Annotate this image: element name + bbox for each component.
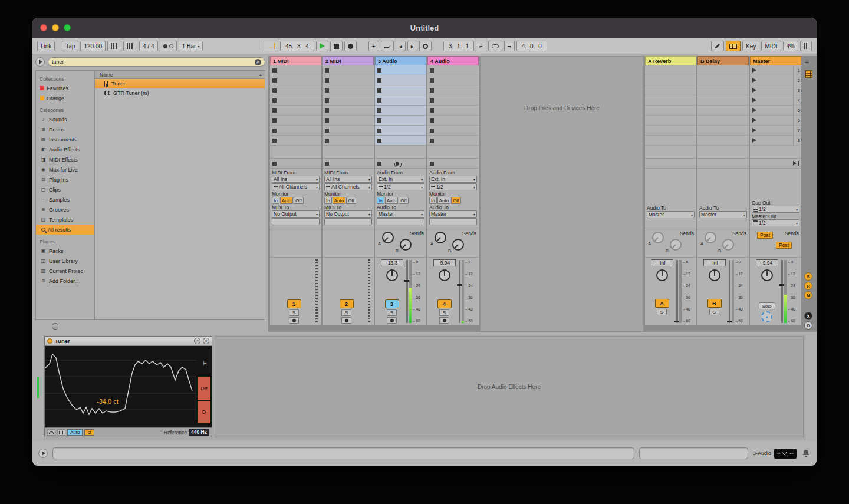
track-header[interactable]: 4 Audio — [427, 56, 479, 65]
volume-field[interactable]: -13.3 — [381, 259, 403, 266]
arm-button[interactable] — [289, 317, 299, 324]
result-row-tuner[interactable]: Tuner — [95, 79, 265, 88]
volume-field[interactable]: -Inf — [651, 259, 673, 266]
nudge-down-button[interactable] — [107, 41, 121, 51]
scene-slot[interactable] — [750, 116, 793, 126]
solo-cue-button[interactable]: Solo — [759, 302, 775, 309]
arm-button[interactable] — [439, 317, 449, 324]
solo-button[interactable]: S — [439, 309, 449, 316]
volume-fader[interactable] — [406, 260, 408, 323]
clip-slot[interactable] — [323, 65, 374, 75]
session-drop-area[interactable]: Drop Files and Devices Here — [480, 56, 644, 332]
solo-button[interactable]: S — [341, 309, 351, 316]
results-header-row[interactable]: Name▲ — [95, 71, 265, 79]
cue-out-select[interactable]: 1/2▾ — [752, 206, 799, 213]
send-a-knob[interactable] — [705, 232, 716, 243]
link-button[interactable]: Link — [37, 41, 55, 51]
clip-slot[interactable] — [427, 95, 479, 106]
key-map-button[interactable]: Key — [742, 41, 759, 51]
return-slot[interactable] — [697, 75, 749, 85]
scene-number[interactable]: 2 — [794, 75, 801, 85]
auto-mode-button[interactable]: Auto — [67, 429, 83, 436]
scene-play-icon[interactable] — [752, 138, 756, 143]
monitor-in-button[interactable]: In — [429, 197, 437, 204]
send-a-knob[interactable] — [652, 232, 664, 243]
return-activator-button[interactable]: A — [655, 299, 669, 308]
clip-stop-icon[interactable] — [377, 162, 381, 166]
track-header[interactable]: 3 Audio — [375, 56, 426, 65]
sidebar-item-max-for-live[interactable]: ◉Max for Live — [36, 164, 94, 174]
sidebar-item-midi-effects[interactable]: ◨MIDI Effects — [36, 154, 94, 164]
sidebar-item-orange[interactable]: Orange — [36, 93, 94, 103]
scene-slot[interactable] — [750, 106, 793, 116]
clip-slot[interactable] — [323, 136, 374, 146]
solo-button[interactable]: S — [387, 309, 397, 316]
return-slot[interactable] — [645, 106, 696, 116]
clip-slot[interactable] — [427, 126, 479, 136]
scene-play-icon[interactable] — [752, 88, 756, 93]
track-header[interactable]: 2 MIDI — [323, 56, 374, 65]
draw-mode-button[interactable] — [711, 41, 724, 51]
clip-slot[interactable] — [427, 85, 479, 95]
status-message-field[interactable] — [52, 447, 634, 459]
output-channel-select[interactable] — [324, 218, 372, 225]
loop-length-field[interactable]: 4.0.0 — [516, 41, 547, 51]
scene-play-icon[interactable] — [752, 108, 756, 113]
session-overview-icon[interactable] — [805, 70, 812, 78]
scene-number[interactable]: 4 — [794, 95, 801, 106]
input-type-select[interactable]: All Ins▾ — [272, 176, 320, 183]
return-slot[interactable] — [645, 85, 696, 95]
clip-slot[interactable] — [270, 75, 321, 85]
volume-field[interactable]: -9.94 — [756, 259, 778, 266]
pan-knob[interactable] — [386, 269, 398, 281]
clip-slot[interactable] — [323, 95, 374, 106]
clip-stop-row[interactable] — [270, 159, 321, 169]
hamburger-icon[interactable]: ≡ — [805, 58, 809, 67]
monitor-auto-button[interactable]: Auto — [280, 197, 293, 204]
sidebar-item-add-folder[interactable]: ⊕Add Folder... — [36, 276, 94, 286]
zoom-window-button[interactable] — [64, 24, 71, 31]
record-button[interactable] — [344, 41, 357, 51]
stop-all-clips-button[interactable] — [793, 161, 799, 166]
sidebar-item-samples[interactable]: ≈Samples — [36, 195, 94, 205]
input-channel-select[interactable]: All Channels▾ — [324, 183, 372, 190]
preview-volume-knob[interactable] — [761, 311, 772, 322]
tap-tempo-button[interactable]: Tap — [62, 41, 78, 51]
scene-slot[interactable] — [750, 85, 793, 95]
io-show-toggle[interactable]: O — [804, 321, 812, 330]
clip-slot[interactable] — [270, 106, 321, 116]
return-slot[interactable] — [697, 65, 749, 75]
monitor-in-button[interactable]: In — [272, 197, 279, 204]
volume-fader[interactable] — [459, 260, 460, 323]
track-header[interactable]: 1 MIDI — [270, 56, 321, 65]
search-input[interactable] — [52, 59, 255, 65]
clip-slot[interactable] — [323, 85, 374, 95]
scene-number[interactable]: 6 — [794, 116, 801, 126]
browser-collapse-button[interactable] — [35, 57, 45, 67]
clip-slot[interactable] — [270, 95, 321, 106]
output-channel-select[interactable] — [377, 218, 424, 225]
follow-button[interactable]: → — [264, 41, 278, 51]
scene-number[interactable]: 3 — [794, 85, 801, 95]
history-view-icon[interactable] — [57, 429, 65, 436]
volume-fader[interactable] — [676, 260, 678, 323]
device-drop-area[interactable]: Drop Audio Effects Here — [215, 336, 804, 437]
clip-slot[interactable] — [323, 116, 374, 126]
monitor-in-button[interactable]: In — [324, 197, 332, 204]
send-a-knob[interactable] — [382, 232, 394, 243]
output-type-select[interactable]: Master▾ — [647, 211, 695, 218]
computer-midi-keyboard-button[interactable] — [726, 41, 741, 51]
midi-map-button[interactable]: MIDI — [761, 41, 781, 51]
monitor-off-button[interactable]: Off — [451, 197, 461, 204]
monitor-off-button[interactable]: Off — [399, 197, 409, 204]
sidebar-item-grooves[interactable]: ≋Grooves — [36, 205, 94, 215]
overdub-button[interactable]: + — [368, 41, 379, 51]
send-b-knob[interactable] — [400, 239, 412, 251]
clip-slot[interactable] — [375, 126, 426, 136]
loop-button[interactable] — [488, 41, 502, 51]
clip-stop-icon[interactable] — [325, 162, 329, 166]
info-icon[interactable]: i — [52, 323, 58, 330]
monitor-off-button[interactable]: Off — [346, 197, 356, 204]
master-out-select[interactable]: 1/2▾ — [752, 219, 799, 226]
clip-slot[interactable] — [270, 136, 321, 146]
